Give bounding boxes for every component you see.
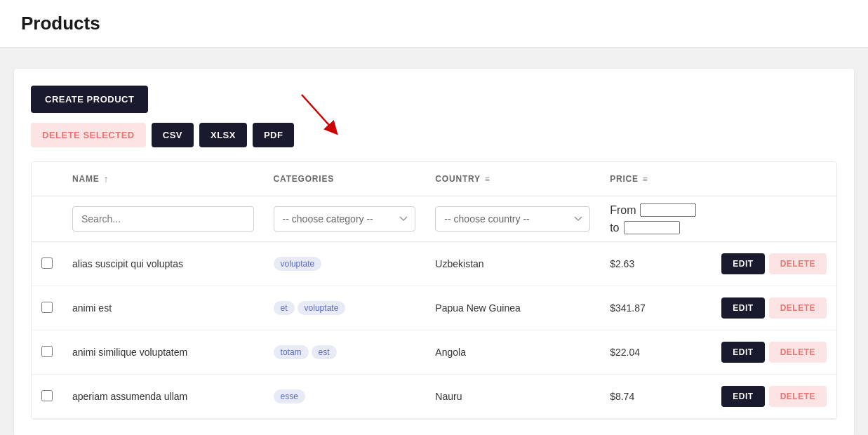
edit-button[interactable]: EDIT bbox=[721, 297, 764, 319]
search-input[interactable] bbox=[72, 206, 254, 232]
row-name: aperiam assumenda ullam bbox=[62, 375, 264, 419]
create-product-button[interactable]: CREATE PRODUCT bbox=[31, 86, 148, 113]
category-tag: voluptate bbox=[298, 301, 346, 315]
price-from-input[interactable] bbox=[640, 203, 696, 217]
row-price: $2.63 bbox=[600, 242, 712, 286]
table-header-row: NAME ↑ CATEGORIES COUNTRY bbox=[32, 162, 836, 196]
row-checkbox[interactable] bbox=[41, 390, 53, 401]
filter-category-cell: -- choose category -- bbox=[264, 196, 426, 242]
th-checkbox bbox=[32, 162, 62, 196]
row-checkbox-cell bbox=[32, 286, 62, 330]
table-row: animi similique voluptatemtotamestAngola… bbox=[32, 330, 836, 375]
price-filter-icon[interactable]: ≡ bbox=[643, 174, 648, 184]
row-price: $8.74 bbox=[600, 375, 712, 419]
edit-button[interactable]: EDIT bbox=[721, 253, 764, 274]
row-categories: esse bbox=[264, 375, 426, 419]
row-checkbox-cell bbox=[32, 330, 62, 375]
category-tag: voluptate bbox=[274, 257, 322, 271]
filter-search-cell bbox=[62, 196, 264, 242]
row-country: Angola bbox=[425, 330, 600, 375]
row-name: animi similique voluptatem bbox=[62, 330, 264, 375]
row-name: animi est bbox=[62, 286, 264, 330]
name-sort-icon[interactable]: ↑ bbox=[104, 173, 109, 185]
row-actions: EDITDELETE bbox=[712, 330, 836, 375]
row-actions: EDITDELETE bbox=[712, 242, 836, 286]
th-name[interactable]: NAME ↑ bbox=[62, 162, 264, 196]
row-actions: EDITDELETE bbox=[712, 375, 836, 419]
price-from-label: From bbox=[610, 204, 636, 217]
category-tag: est bbox=[312, 345, 337, 359]
country-filter-icon[interactable]: ≡ bbox=[485, 174, 490, 184]
products-table: NAME ↑ CATEGORIES COUNTRY bbox=[31, 161, 837, 420]
delete-button[interactable]: DELETE bbox=[769, 253, 827, 274]
delete-button[interactable]: DELETE bbox=[769, 386, 827, 407]
delete-button[interactable]: DELETE bbox=[769, 342, 827, 363]
table-row: alias suscipit qui voluptasvoluptateUzbe… bbox=[32, 242, 836, 286]
price-to-input[interactable] bbox=[624, 221, 680, 234]
filter-country-cell: -- choose country -- bbox=[425, 196, 600, 242]
row-price: $22.04 bbox=[600, 330, 712, 375]
row-name: alias suscipit qui voluptas bbox=[62, 242, 264, 286]
row-actions: EDITDELETE bbox=[712, 286, 836, 330]
row-checkbox[interactable] bbox=[41, 302, 53, 313]
table-row: animi estetvoluptatePapua New Guinea$341… bbox=[32, 286, 836, 330]
country-select[interactable]: -- choose country -- bbox=[435, 206, 590, 232]
th-actions bbox=[712, 162, 836, 196]
edit-button[interactable]: EDIT bbox=[721, 386, 764, 407]
pdf-button[interactable]: PDF bbox=[253, 123, 295, 147]
th-categories: CATEGORIES bbox=[264, 162, 426, 196]
edit-button[interactable]: EDIT bbox=[721, 342, 764, 363]
row-country: Uzbekistan bbox=[425, 242, 600, 286]
th-country[interactable]: COUNTRY ≡ bbox=[425, 162, 600, 196]
row-checkbox-cell bbox=[32, 242, 62, 286]
filter-row: -- choose category -- -- choose country … bbox=[32, 196, 836, 242]
xlsx-button[interactable]: XLSX bbox=[199, 123, 247, 147]
row-categories: etvoluptate bbox=[264, 286, 426, 330]
row-checkbox-cell bbox=[32, 375, 62, 419]
category-select[interactable]: -- choose category -- bbox=[274, 206, 416, 232]
row-categories: totamest bbox=[264, 330, 426, 375]
category-tag: esse bbox=[274, 389, 305, 403]
table-row: aperiam assumenda ullamesseNauru$8.74EDI… bbox=[32, 375, 836, 419]
delete-selected-button[interactable]: DELETE SELECTED bbox=[31, 123, 146, 147]
th-price[interactable]: PRICE ≡ bbox=[600, 162, 712, 196]
row-checkbox[interactable] bbox=[41, 346, 53, 357]
row-categories: voluptate bbox=[264, 242, 426, 286]
filter-price-cell: From to bbox=[600, 196, 712, 242]
row-country: Nauru bbox=[425, 375, 600, 419]
row-country: Papua New Guinea bbox=[425, 286, 600, 330]
filter-actions-cell bbox=[712, 196, 836, 242]
page-title: Products bbox=[21, 13, 847, 34]
csv-button[interactable]: CSV bbox=[152, 123, 194, 147]
category-tag: totam bbox=[274, 345, 309, 359]
category-tag: et bbox=[274, 301, 295, 315]
filter-checkbox-cell bbox=[32, 196, 62, 242]
delete-button[interactable]: DELETE bbox=[769, 297, 827, 319]
price-to-label: to bbox=[610, 222, 619, 234]
row-price: $341.87 bbox=[600, 286, 712, 330]
row-checkbox[interactable] bbox=[41, 257, 53, 269]
